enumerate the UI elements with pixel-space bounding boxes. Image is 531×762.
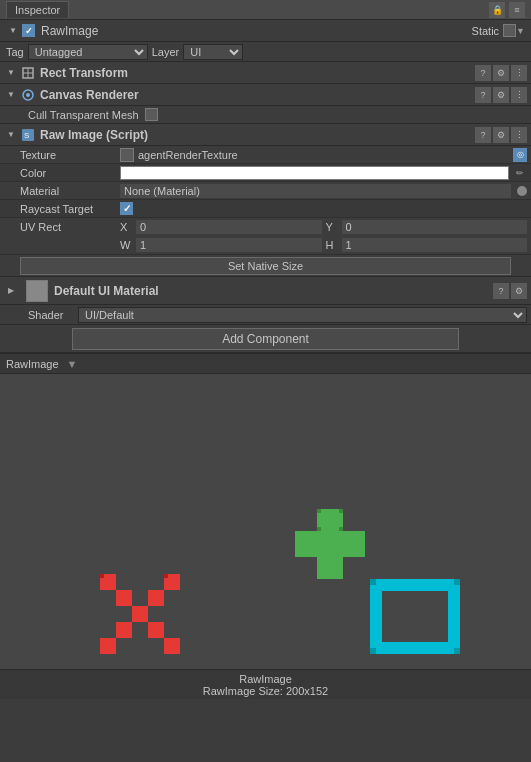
preview-canvas [0, 374, 531, 669]
canvas-renderer-expand[interactable]: ▼ [4, 88, 18, 102]
raycast-row: Raycast Target ✓ [0, 200, 531, 218]
raw-image-more-icon[interactable]: ⋮ [511, 127, 527, 143]
raw-image-icon: S [20, 127, 36, 143]
canvas-renderer-settings-icon[interactable]: ⚙ [493, 87, 509, 103]
uv-row-xy: UV Rect X Y [0, 218, 531, 236]
canvas-renderer-info-icon[interactable]: ? [475, 87, 491, 103]
menu-icon[interactable]: ≡ [509, 2, 525, 18]
object-expand-icon[interactable]: ▼ [6, 24, 20, 38]
y-input[interactable] [342, 220, 528, 234]
set-native-row: Set Native Size [0, 255, 531, 277]
add-component-row: Add Component [0, 325, 531, 353]
w-label: W [120, 239, 132, 251]
raycast-label: Raycast Target [20, 203, 120, 215]
w-input[interactable] [136, 238, 322, 252]
svg-rect-28 [454, 579, 460, 585]
rect-transform-row[interactable]: ▼ Rect Transform ? ⚙ ⋮ [0, 62, 531, 84]
svg-point-4 [26, 93, 30, 97]
material-input[interactable] [120, 184, 511, 198]
svg-rect-8 [295, 531, 365, 557]
static-dropdown-arrow[interactable]: ▼ [516, 26, 525, 36]
texture-row: Texture agentRenderTexture ◎ [0, 146, 531, 164]
svg-rect-16 [132, 606, 148, 622]
shader-dropdown[interactable]: UI/Default [78, 307, 527, 323]
rect-transform-info-icon[interactable]: ? [475, 65, 491, 81]
default-material-icons: ? ⚙ [493, 283, 527, 299]
texture-field: agentRenderTexture ◎ [120, 148, 527, 162]
svg-rect-10 [317, 509, 321, 513]
material-pick-dot[interactable] [517, 186, 527, 196]
preview-collapse-icon[interactable]: ▼ [67, 358, 78, 370]
svg-rect-21 [100, 638, 116, 654]
raw-image-settings-icon[interactable]: ⚙ [493, 127, 509, 143]
green-cross-shape [295, 509, 365, 581]
svg-rect-17 [148, 590, 164, 606]
h-label: H [326, 239, 338, 251]
uv-rect-label: UV Rect [20, 221, 120, 233]
color-eyedropper-icon[interactable]: ✏ [513, 166, 527, 180]
default-material-info-icon[interactable]: ? [493, 283, 509, 299]
rect-transform-icon [20, 65, 36, 81]
preview-footer: RawImage RawImage Size: 200x152 [0, 669, 531, 699]
uv-row-wh: W H [0, 236, 531, 254]
lock-icon[interactable]: 🔒 [489, 2, 505, 18]
cull-checkbox[interactable] [145, 108, 158, 121]
uv-wh-fields: W H [120, 238, 527, 252]
object-header: ▼ ✓ RawImage Static ▼ [0, 20, 531, 42]
uv-rect-section: UV Rect X Y W H [0, 218, 531, 255]
rect-transform-expand[interactable]: ▼ [4, 66, 18, 80]
inspector-tab[interactable]: Inspector [6, 1, 69, 18]
default-material-name: Default UI Material [54, 284, 487, 298]
color-swatch[interactable] [120, 166, 509, 180]
texture-value: agentRenderTexture [138, 149, 238, 161]
x-input[interactable] [136, 220, 322, 234]
canvas-renderer-more-icon[interactable]: ⋮ [511, 87, 527, 103]
texture-pick-icon[interactable]: ◎ [513, 148, 527, 162]
material-label: Material [20, 185, 120, 197]
preview-header: RawImage ▼ [0, 354, 531, 374]
raycast-checkmark: ✓ [123, 203, 131, 214]
svg-rect-27 [370, 579, 376, 585]
raw-image-info-icon[interactable]: ? [475, 127, 491, 143]
preview-footer-line1: RawImage [239, 673, 292, 685]
preview-area: RawImage ▼ [0, 353, 531, 699]
cyan-square-shape [370, 579, 460, 656]
x-label: X [120, 221, 132, 233]
raw-image-expand[interactable]: ▼ [4, 128, 18, 142]
rect-transform-settings-icon[interactable]: ⚙ [493, 65, 509, 81]
canvas-renderer-name: Canvas Renderer [40, 88, 475, 102]
raycast-checkbox[interactable]: ✓ [120, 202, 133, 215]
raw-image-icons: ? ⚙ ⋮ [475, 127, 527, 143]
material-field [120, 184, 527, 198]
default-material-expand[interactable]: ▶ [4, 284, 18, 298]
color-row: Color ✏ [0, 164, 531, 182]
rect-transform-icons: ? ⚙ ⋮ [475, 65, 527, 81]
svg-rect-12 [317, 527, 321, 531]
svg-rect-29 [370, 648, 376, 654]
canvas-renderer-row[interactable]: ▼ Canvas Renderer ? ⚙ ⋮ [0, 84, 531, 106]
preview-title: RawImage [6, 358, 59, 370]
static-checkbox[interactable] [503, 24, 516, 37]
svg-rect-9 [317, 557, 343, 579]
rect-transform-more-icon[interactable]: ⋮ [511, 65, 527, 81]
set-native-button[interactable]: Set Native Size [20, 257, 511, 275]
preview-footer-line2: RawImage Size: 200x152 [203, 685, 328, 697]
raw-image-header-row[interactable]: ▼ S Raw Image (Script) ? ⚙ ⋮ [0, 124, 531, 146]
add-component-button[interactable]: Add Component [72, 328, 459, 350]
tag-dropdown[interactable]: Untagged [28, 44, 148, 60]
object-name: RawImage [41, 24, 472, 38]
tag-layer-row: Tag Untagged Layer UI [0, 42, 531, 62]
svg-rect-22 [116, 622, 132, 638]
y-label: Y [326, 221, 338, 233]
tag-label: Tag [6, 46, 24, 58]
shader-row: Shader UI/Default [0, 305, 531, 325]
cull-row: Cull Transparent Mesh [0, 106, 531, 124]
cull-label: Cull Transparent Mesh [28, 109, 139, 121]
object-active-checkbox[interactable]: ✓ [22, 24, 35, 37]
texture-preview-icon [120, 148, 134, 162]
default-material-settings-icon[interactable]: ⚙ [511, 283, 527, 299]
svg-rect-13 [339, 527, 343, 531]
layer-dropdown[interactable]: UI [183, 44, 243, 60]
title-bar: Inspector 🔒 ≡ [0, 0, 531, 20]
h-input[interactable] [342, 238, 528, 252]
